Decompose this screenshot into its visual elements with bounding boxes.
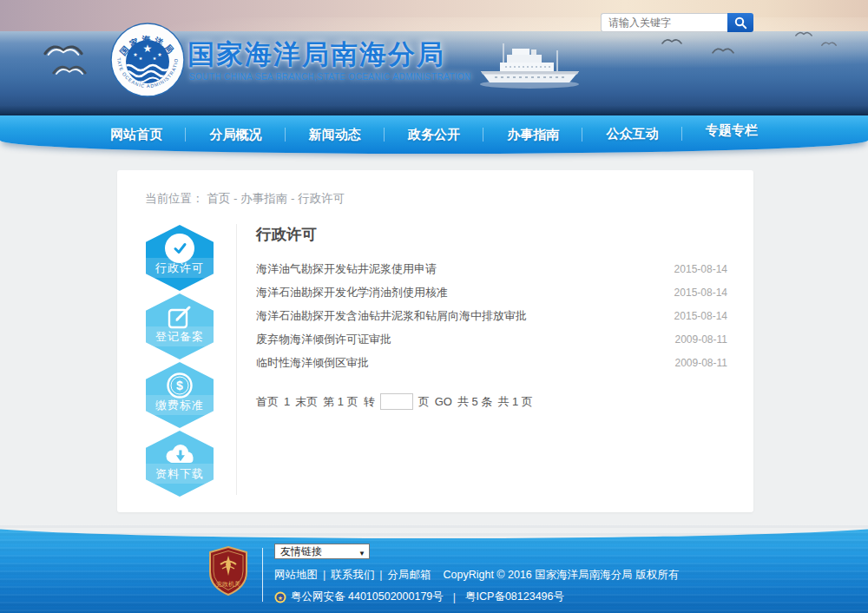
breadcrumb: 当前位置： 首页 - 办事指南 - 行政许可 (145, 191, 345, 207)
security-record-link[interactable]: 粤公网安备 44010502000179号 (291, 590, 444, 604)
site-banner: 国家海洋局 STATE OCEANIC ADMINISTRATION ★ ★ ★… (0, 0, 868, 115)
content-card: 当前位置： 首页 - 办事指南 - 行政许可 行政许可 (117, 170, 753, 512)
page-goto-input[interactable] (380, 393, 413, 410)
article-date: 2015-08-14 (674, 310, 727, 322)
pagination-jump-unit: 页 (418, 394, 430, 410)
svg-text:★: ★ (157, 52, 161, 57)
site-title: 国家海洋局南海分局 (187, 36, 445, 73)
footer-link-sitemap[interactable]: 网站地图 (274, 569, 318, 581)
search-button[interactable] (727, 13, 753, 32)
pagination-last[interactable]: 末页 (295, 394, 318, 410)
sidebar-content-divider (236, 224, 237, 495)
sidebar-menu: 行政许可 登记备案 $ (146, 225, 214, 499)
list-item: 海洋石油勘探开发含油钻井泥浆和钻屑向海中排放审批 2015-08-14 (256, 304, 727, 327)
seagull-icon (43, 40, 83, 57)
svg-text:★: ★ (153, 56, 157, 61)
pagination-total-pages: 共 1 页 (497, 394, 532, 410)
footer-links-row: 网站地图|联系我们|分局邮箱CopyRight © 2016 国家海洋局南海分局… (274, 568, 679, 583)
list-item: 废弃物海洋倾倒许可证审批 2009-08-11 (256, 327, 727, 351)
svg-text:★: ★ (139, 56, 143, 61)
pagination-total-items: 共 5 条 (457, 394, 492, 410)
separator: | (379, 569, 382, 581)
badge-label: 党政机关 (216, 580, 240, 588)
sidebar-item-registration[interactable]: 登记备案 (146, 293, 214, 359)
list-item: 海洋石油勘探开发化学消油剂使用核准 2015-08-14 (256, 280, 727, 304)
list-item: 海洋油气勘探开发钻井泥浆使用申请 2015-08-14 (256, 257, 727, 280)
nav-item-news[interactable]: 新闻动态 (286, 127, 385, 143)
article-date: 2015-08-14 (674, 287, 727, 299)
page: 国家海洋局 STATE OCEANIC ADMINISTRATION ★ ★ ★… (0, 0, 868, 613)
sidebar-item-administrative-license[interactable]: 行政许可 (146, 225, 214, 291)
nav-item-public-interaction[interactable]: 公众互动 (582, 126, 681, 142)
breadcrumb-label: 当前位置： (145, 192, 204, 205)
sidebar-item-label: 资料下载 (146, 464, 214, 484)
seagull-icon (712, 45, 734, 55)
site-logo[interactable]: 国家海洋局 STATE OCEANIC ADMINISTRATION ★ ★ ★… (110, 23, 185, 97)
nav-item-home[interactable]: 网站首页 (87, 127, 186, 143)
page-title: 行政许可 (256, 224, 727, 245)
nav-item-special-topics[interactable]: 专题专栏 (682, 122, 781, 139)
footer-divider (262, 548, 263, 602)
dropdown-label: 友情链接 (280, 545, 322, 557)
article-list-section: 行政许可 海洋油气勘探开发钻井泥浆使用申请 2015-08-14 海洋石油勘探开… (256, 224, 727, 410)
article-link[interactable]: 海洋油气勘探开发钻井泥浆使用申请 (256, 261, 437, 277)
pagination-current: 第 1 页 (323, 394, 358, 410)
svg-text:★: ★ (143, 43, 153, 55)
separator: | (453, 591, 456, 603)
search-icon (734, 16, 747, 30)
footer-link-mailbox[interactable]: 分局邮箱 (388, 569, 431, 581)
sidebar-item-fee-standards[interactable]: $ 缴费标准 (146, 362, 214, 428)
pagination: 首页 1 末页 第 1 页 转 页 GO 共 5 条 共 1 页 (256, 393, 727, 410)
icp-record-link[interactable]: 粤ICP备08123496号 (465, 590, 564, 604)
search-bar (601, 13, 753, 32)
article-date: 2015-08-14 (674, 263, 727, 275)
nav-item-overview[interactable]: 分局概况 (186, 127, 285, 143)
nav-item-gov-affairs[interactable]: 政务公开 (385, 127, 483, 143)
seagull-icon (52, 61, 87, 76)
footer: 党政机关 友情链接 ▼ 网站地图|联系我们|分局邮箱CopyRight © 20… (0, 524, 868, 613)
footer-link-contact[interactable]: 联系我们 (331, 569, 374, 581)
sidebar-item-label: 缴费标准 (146, 395, 214, 415)
ship-illustration (477, 40, 583, 92)
article-date: 2009-08-11 (675, 357, 728, 369)
pagination-first[interactable]: 首页 (256, 394, 279, 410)
article-date: 2009-08-11 (675, 333, 728, 346)
svg-text:★: ★ (278, 594, 283, 600)
list-item: 临时性海洋倾倒区审批 2009-08-11 (256, 351, 727, 374)
seagull-icon (795, 30, 812, 37)
pagination-page-1[interactable]: 1 (284, 395, 290, 408)
svg-text:★: ★ (133, 52, 137, 57)
main-nav: 网站首页 分局概况 新闻动态 政务公开 办事指南 公众互动 专题专栏 (0, 115, 868, 154)
article-link[interactable]: 临时性海洋倾倒区审批 (256, 355, 369, 371)
seagull-icon (661, 36, 682, 45)
sidebar-item-label: 登记备案 (146, 326, 214, 346)
footer-records-row: ★ 粤公网安备 44010502000179号 | 粤ICP备08123496号 (274, 590, 564, 604)
article-link[interactable]: 废弃物海洋倾倒许可证审批 (256, 332, 391, 347)
article-link[interactable]: 海洋石油勘探开发含油钻井泥浆和钻屑向海中排放审批 (256, 308, 527, 324)
separator: | (323, 569, 326, 581)
footer-curve (0, 524, 868, 538)
pagination-go-button[interactable]: GO (435, 395, 452, 408)
breadcrumb-path[interactable]: 首页 - 办事指南 - 行政许可 (207, 192, 345, 205)
search-input[interactable] (601, 13, 727, 32)
seagull-icon (821, 40, 837, 47)
chevron-down-icon: ▼ (358, 547, 365, 561)
nav-item-service-guide[interactable]: 办事指南 (483, 127, 582, 143)
site-subtitle: SOUTH CHINA SEA BRANCH,STATE OCEANIC ADM… (189, 72, 471, 82)
government-badge[interactable]: 党政机关 (208, 546, 248, 597)
pagination-jump-label: 转 (364, 394, 375, 410)
sidebar-item-downloads[interactable]: 资料下载 (146, 431, 214, 497)
police-badge-icon: ★ (274, 591, 286, 603)
article-link[interactable]: 海洋石油勘探开发化学消油剂使用核准 (256, 285, 448, 300)
copyright-text: CopyRight © 2016 国家海洋局南海分局 版权所有 (444, 569, 680, 581)
friendly-links-dropdown[interactable]: 友情链接 ▼ (274, 544, 370, 559)
sidebar-item-label: 行政许可 (146, 258, 214, 278)
svg-text:$: $ (176, 379, 183, 392)
